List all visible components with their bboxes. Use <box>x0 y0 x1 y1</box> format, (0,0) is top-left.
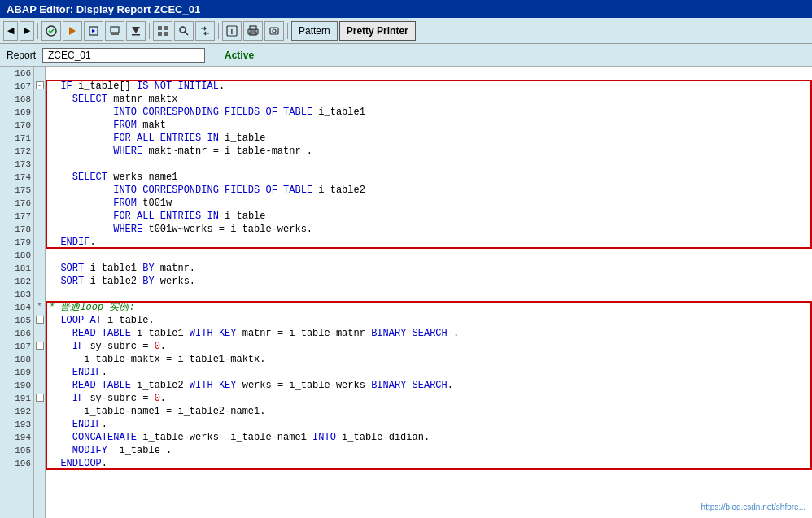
report-value: ZCEC_01 <box>42 48 205 63</box>
editor-area: 1661671681691701711721731741751761771781… <box>0 67 812 518</box>
code-line: INTO CORRESPONDING FIELDS OF TABLE i_tab… <box>46 184 812 197</box>
code-line: ENDLOOP. <box>46 457 812 470</box>
code-line: i_table-maktx = i_table1-maktx. <box>46 353 812 366</box>
code-line <box>46 249 812 262</box>
toolbar: ◀ ▶ i Pattern Pretty Printer <box>0 18 812 44</box>
code-line: READ TABLE i_table1 WITH KEY matnr = i_t… <box>46 327 812 340</box>
code-line: i_table-name1 = i_table2-name1. <box>46 405 812 418</box>
svg-rect-3 <box>111 27 119 33</box>
title-text: ABAP Editor: Display Report ZCEC_01 <box>7 3 200 15</box>
code-line: FROM makt <box>46 119 812 132</box>
code-line: IF i_table[] IS NOT INITIAL. <box>46 80 812 93</box>
code-line: SELECT werks name1 <box>46 171 812 184</box>
code-line <box>46 158 812 171</box>
code-line: CONCATENATE i_table-werks i_table-name1 … <box>46 431 812 444</box>
print-button[interactable] <box>243 21 263 41</box>
svg-rect-10 <box>164 32 168 36</box>
svg-line-12 <box>185 32 188 35</box>
editor-outer: 1661671681691701711721731741751761771781… <box>0 67 812 518</box>
report-bar: Report ZCEC_01 Active <box>0 44 812 67</box>
code-line: MODIFY i_table . <box>46 444 812 457</box>
code-line: READ TABLE i_table2 WITH KEY werks = i_t… <box>46 379 812 392</box>
forward-button[interactable]: ▶ <box>20 21 34 41</box>
code-line: ENDIF. <box>46 366 812 379</box>
svg-point-11 <box>180 27 186 33</box>
pattern-button[interactable]: Pattern <box>291 21 338 41</box>
report-label: Report <box>7 50 36 61</box>
code-line: SORT i_table1 BY matnr. <box>46 262 812 275</box>
line-numbers-col: 1661671681691701711721731741751761771781… <box>0 67 34 518</box>
svg-rect-8 <box>164 26 168 30</box>
code-line: * 普通loop 实例: <box>46 301 812 314</box>
download-button[interactable] <box>126 21 146 41</box>
title-bar: ABAP Editor: Display Report ZCEC_01 <box>0 0 812 18</box>
code-line: FOR ALL ENTRIES IN i_table <box>46 132 812 145</box>
code-line <box>46 288 812 301</box>
code-line: WHERE makt~matnr = i_table-matnr . <box>46 145 812 158</box>
code-line: ENDIF. <box>46 418 812 431</box>
activate-button[interactable] <box>63 21 82 41</box>
code-line: WHERE t001w~werks = i_table-werks. <box>46 223 812 236</box>
svg-rect-17 <box>250 32 256 35</box>
status-badge: Active <box>225 50 254 61</box>
svg-rect-4 <box>111 33 119 35</box>
sep1 <box>37 23 38 39</box>
svg-rect-6 <box>132 34 140 36</box>
svg-marker-1 <box>69 27 76 35</box>
code-line: SELECT matnr maktx <box>46 93 812 106</box>
back-button[interactable]: ◀ <box>3 21 18 41</box>
code-line: IF sy-subrc = 0. <box>46 392 812 405</box>
replace-button[interactable] <box>195 21 215 41</box>
svg-marker-5 <box>132 27 140 33</box>
sep2 <box>149 23 150 39</box>
svg-text:i: i <box>231 27 234 36</box>
code-line: INTO CORRESPONDING FIELDS OF TABLE i_tab… <box>46 106 812 119</box>
sep4 <box>287 23 288 39</box>
code-content: IF i_table[] IS NOT INITIAL. SELECT matn… <box>46 67 812 518</box>
find-button[interactable] <box>174 21 194 41</box>
pretty-printer-button[interactable]: Pretty Printer <box>339 21 416 41</box>
code-line: FROM t001w <box>46 197 812 210</box>
sep3 <box>218 23 219 39</box>
code-line <box>46 67 812 80</box>
svg-point-19 <box>273 29 276 33</box>
screenshot-button[interactable] <box>264 21 284 41</box>
code-line: IF sy-subrc = 0. <box>46 340 812 353</box>
upload-button[interactable] <box>105 21 124 41</box>
watermark: https://blog.csdn.net/shfore... <box>701 503 805 511</box>
split-button[interactable] <box>153 21 172 41</box>
code-line: LOOP AT i_table. <box>46 314 812 327</box>
check-button[interactable] <box>41 21 61 41</box>
code-line: SORT i_table2 BY werks. <box>46 275 812 288</box>
svg-rect-7 <box>158 26 162 30</box>
code-line: FOR ALL ENTRIES IN i_table <box>46 210 812 223</box>
code-line: ENDIF. <box>46 236 812 249</box>
expand-col: -*--- <box>34 67 46 518</box>
test-button[interactable] <box>84 21 103 41</box>
info-button[interactable]: i <box>222 21 242 41</box>
svg-rect-18 <box>270 28 278 34</box>
svg-rect-9 <box>158 32 162 36</box>
